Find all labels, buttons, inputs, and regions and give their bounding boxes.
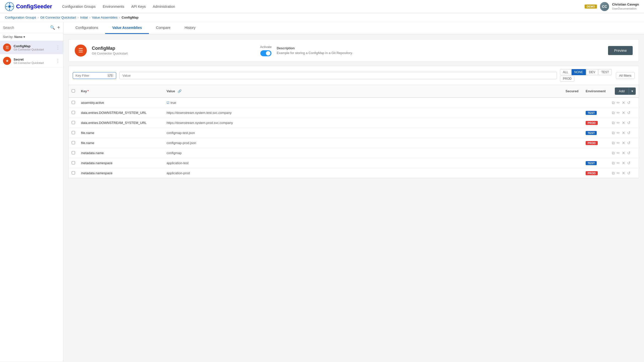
delete-icon[interactable]: ✕ [622, 120, 625, 125]
nav-api-keys[interactable]: API Keys [131, 5, 146, 9]
env-all-button[interactable]: ALL [560, 69, 571, 75]
tab-configurations[interactable]: Configurations [68, 22, 105, 34]
delete-icon[interactable]: ✕ [622, 130, 625, 135]
row-value: https://downstream.system.test.svc.compa… [164, 108, 562, 118]
table-row: data.entries.DOWNSTREAM_SYSTEM_URL https… [69, 118, 639, 128]
row-value: configmap-prod.json [164, 138, 562, 148]
env-test-button[interactable]: TEST [598, 69, 612, 75]
env-tag-prod: PROD [586, 171, 598, 175]
tab-value-assemblies[interactable]: Value Assemblies [105, 22, 149, 34]
row-checkbox-cell [69, 158, 78, 168]
preview-button[interactable]: Preview [608, 46, 633, 55]
row-value: application-prod [164, 168, 562, 178]
env-tag-prod: PROD [586, 121, 598, 125]
search-icon[interactable]: 🔍 [50, 25, 55, 30]
table-row: metadata.namespace application-test TEST… [69, 158, 639, 168]
delete-icon[interactable]: ✕ [622, 161, 625, 165]
sidebar-item-configmap[interactable]: ☰ ConfigMap Git Connector Quickstart ⋮ [0, 41, 63, 54]
copy-icon[interactable]: ⧉ [612, 171, 615, 175]
copy-icon[interactable]: ⧉ [612, 161, 615, 165]
secret-more-icon[interactable]: ⋮ [56, 58, 60, 64]
select-all-checkbox[interactable] [72, 89, 75, 93]
configmap-more-icon[interactable]: ⋮ [56, 45, 60, 50]
history-icon[interactable]: ↺ [627, 110, 630, 115]
history-icon[interactable]: ↺ [627, 141, 630, 145]
brand-config: Config [16, 3, 34, 10]
table-row: metadata.namespace application-prod PROD… [69, 168, 639, 178]
activate-toggle[interactable] [260, 50, 271, 56]
svg-point-1 [8, 5, 11, 8]
edit-icon[interactable]: ✏ [617, 100, 620, 105]
copy-icon[interactable]: ⧉ [612, 141, 615, 145]
add-button[interactable]: Add [615, 87, 629, 95]
breadcrumb-item-config-groups[interactable]: Configuration Groups [5, 16, 36, 19]
regex-badge: (.*) [107, 74, 113, 77]
delete-icon[interactable]: ✕ [622, 110, 625, 115]
edit-icon[interactable]: ✏ [617, 141, 620, 145]
row-checkbox[interactable] [72, 171, 75, 174]
row-checkbox[interactable] [72, 141, 75, 144]
edit-icon[interactable]: ✏ [617, 151, 620, 155]
row-checkbox[interactable] [72, 131, 75, 134]
sort-by-label: Sort by: [3, 35, 13, 39]
activate-label: Activate [260, 45, 272, 49]
key-filter-input[interactable] [75, 74, 106, 77]
history-icon[interactable]: ↺ [627, 171, 630, 175]
add-dropdown-button[interactable]: ▾ [629, 87, 636, 95]
breadcrumb-sep-1: › [77, 16, 78, 19]
tabs-bar: Configurations Value Assemblies Compare … [63, 22, 644, 34]
copy-icon[interactable]: ⧉ [612, 131, 615, 135]
tab-history[interactable]: History [178, 22, 203, 34]
edit-icon[interactable]: ✏ [617, 110, 620, 115]
nav-configuration-groups[interactable]: Configuration Groups [62, 5, 96, 9]
copy-icon[interactable]: ⧉ [612, 111, 615, 115]
brand-seeder: Seeder [34, 3, 52, 10]
row-checkbox[interactable] [72, 161, 75, 164]
nav-administration[interactable]: Administration [153, 5, 175, 9]
copy-icon[interactable]: ⧉ [612, 101, 615, 105]
history-icon[interactable]: ↺ [627, 161, 630, 165]
copy-icon[interactable]: ⧉ [612, 151, 615, 155]
env-prod-button[interactable]: PROD [560, 76, 574, 82]
env-none-button[interactable]: NONE [572, 69, 586, 75]
row-checkbox[interactable] [72, 121, 75, 124]
configmap-sub: Git Connector Quickstart [14, 48, 53, 51]
delete-icon[interactable]: ✕ [622, 141, 625, 145]
copy-icon[interactable]: ⧉ [612, 121, 615, 125]
tab-compare[interactable]: Compare [149, 22, 178, 34]
sidebar-add-button[interactable]: + [57, 25, 60, 30]
row-value: configmap [164, 148, 562, 158]
config-group: Git Connector Quickstart [92, 52, 255, 55]
row-env: PROD [583, 118, 609, 128]
env-tag-test: TEST [586, 131, 597, 135]
history-icon[interactable]: ↺ [627, 100, 630, 105]
th-environment: Environment [583, 85, 609, 98]
breadcrumb-item-quickstart[interactable]: Git Connector Quickstart [40, 16, 76, 19]
row-checkbox[interactable] [72, 151, 75, 154]
edit-icon[interactable]: ✏ [617, 120, 620, 125]
sidebar-item-secret[interactable]: ★ Secret Git Connector Quickstart ⋮ [0, 54, 63, 68]
delete-icon[interactable]: ✕ [622, 151, 625, 155]
edit-icon[interactable]: ✏ [617, 130, 620, 135]
edit-icon[interactable]: ✏ [617, 171, 620, 175]
row-env: PROD [583, 138, 609, 148]
delete-icon[interactable]: ✕ [622, 100, 625, 105]
row-checkbox[interactable] [72, 101, 75, 104]
sort-name-button[interactable]: Name ▾ [14, 35, 25, 39]
history-icon[interactable]: ↺ [627, 120, 630, 125]
breadcrumb-item-value-assemblies[interactable]: Value Assemblies [92, 16, 117, 19]
env-dev-button[interactable]: DEV [586, 69, 598, 75]
config-name: ConfigMap [92, 46, 255, 51]
delete-icon[interactable]: ✕ [622, 171, 625, 175]
breadcrumb-item-initial[interactable]: Initial [80, 16, 88, 19]
all-filters-button[interactable]: All filters [616, 72, 635, 79]
edit-icon[interactable]: ✏ [617, 161, 620, 165]
history-icon[interactable]: ↺ [627, 151, 630, 155]
brand-logo-link[interactable]: ConfigSeeder [5, 2, 52, 11]
value-filter-input[interactable] [119, 72, 557, 79]
breadcrumb-sep-0: › [38, 16, 39, 19]
history-icon[interactable]: ↺ [627, 130, 630, 135]
row-checkbox[interactable] [72, 111, 75, 114]
search-input[interactable] [3, 26, 48, 30]
nav-environments[interactable]: Environments [103, 5, 124, 9]
